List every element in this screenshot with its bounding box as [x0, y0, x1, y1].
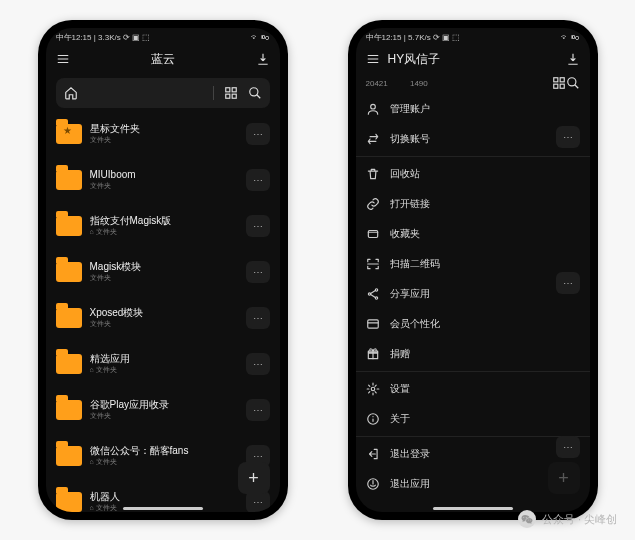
folder-icon — [56, 216, 82, 236]
folder-text: 星标文件夹文件夹 — [90, 123, 238, 145]
bookmark-icon — [366, 227, 380, 241]
folder-icon — [56, 308, 82, 328]
folder-icon — [56, 354, 82, 374]
folder-row[interactable]: 精选应用⌂ 文件夹⋯ — [56, 344, 270, 384]
nav-handle[interactable] — [123, 507, 203, 510]
app-title: 蓝云 — [70, 51, 256, 68]
more-button-3[interactable]: ⋯ — [556, 436, 580, 458]
menu-label: 分享应用 — [390, 287, 430, 301]
search-icon[interactable] — [248, 86, 262, 100]
add-button[interactable]: + — [238, 462, 270, 494]
more-button-1[interactable]: ⋯ — [556, 126, 580, 148]
watermark-text: 公众号 · 尖峰创 — [542, 512, 617, 527]
folder-icon — [56, 446, 82, 466]
more-button[interactable]: ⋯ — [246, 215, 270, 237]
folder-name: MIUIboom — [90, 169, 238, 181]
nav-handle[interactable] — [433, 507, 513, 510]
menu-label: 收藏夹 — [390, 227, 420, 241]
more-button[interactable]: ⋯ — [246, 169, 270, 191]
svg-point-10 — [370, 104, 375, 109]
menu-label: 管理账户 — [390, 102, 430, 116]
folder-row[interactable]: 谷歌Play应用收录文件夹⋯ — [56, 390, 270, 430]
more-button[interactable]: ⋯ — [246, 491, 270, 512]
home-icon[interactable] — [64, 86, 78, 100]
more-button[interactable]: ⋯ — [246, 307, 270, 329]
phone-right: 中午12:15 | 5.7K/s ⟳ ▣ ⬚ ᯤ ◧▢ HY风信子 20421 … — [348, 20, 598, 520]
folder-name: 指纹支付Magisk版 — [90, 215, 238, 227]
menu-item-share[interactable]: 分享应用 — [366, 279, 580, 309]
more-button[interactable]: ⋯ — [246, 353, 270, 375]
more-button[interactable]: ⋯ — [246, 399, 270, 421]
menu-label: 关于 — [390, 412, 410, 426]
menu-item-logout[interactable]: 退出登录 — [366, 439, 580, 469]
svg-point-9 — [567, 78, 575, 86]
add-button[interactable]: + — [548, 462, 580, 494]
folder-text: 谷歌Play应用收录文件夹 — [90, 399, 238, 421]
menu-label: 退出应用 — [390, 477, 430, 491]
folder-meta: 文件夹 — [90, 273, 238, 283]
more-button[interactable]: ⋯ — [246, 261, 270, 283]
menu-label: 切换账号 — [390, 132, 430, 146]
download-icon[interactable] — [256, 52, 270, 66]
menu-item-account[interactable]: 管理账户 — [366, 94, 580, 124]
share-icon — [366, 287, 380, 301]
menu-item-info[interactable]: 关于 — [366, 404, 580, 434]
menu-item-gift[interactable]: 捐赠 — [366, 339, 580, 369]
folder-row[interactable]: 星标文件夹文件夹⋯ — [56, 114, 270, 154]
folder-icon — [56, 170, 82, 190]
download-icon[interactable] — [566, 52, 580, 66]
status-bar: 中午12:15 | 5.7K/s ⟳ ▣ ⬚ ᯤ ◧▢ — [356, 28, 590, 46]
menu-item-swap[interactable]: 切换账号 — [366, 124, 580, 154]
status-bar: 中午12:15 | 3.3K/s ⟳ ▣ ⬚ ᯤ ◧▢ — [46, 28, 280, 46]
folder-row[interactable]: Magisk模块文件夹⋯ — [56, 252, 270, 292]
folder-row[interactable]: Xposed模块文件夹⋯ — [56, 298, 270, 338]
watermark: 公众号 · 尖峰创 — [518, 510, 617, 528]
folder-text: 指纹支付Magisk版⌂ 文件夹 — [90, 215, 238, 237]
gear-icon — [366, 382, 380, 396]
svg-point-4 — [249, 88, 257, 96]
folder-meta: 文件夹 — [90, 135, 238, 145]
folder-meta: 文件夹 — [90, 181, 238, 191]
grid-icon[interactable] — [224, 86, 238, 100]
menu-label: 设置 — [390, 382, 410, 396]
menu-icon[interactable] — [366, 52, 380, 66]
side-menu: 管理账户切换账号回收站打开链接收藏夹扫描二维码分享应用会员个性化捐赠设置关于退出… — [356, 94, 590, 512]
title-bar: 蓝云 — [46, 46, 280, 72]
status-left: 中午12:15 | 5.7K/s ⟳ ▣ ⬚ — [366, 32, 461, 43]
status-left: 中午12:15 | 3.3K/s ⟳ ▣ ⬚ — [56, 32, 151, 43]
folder-icon — [56, 400, 82, 420]
more-button[interactable]: ⋯ — [246, 123, 270, 145]
menu-label: 打开链接 — [390, 197, 430, 211]
menu-item-gear[interactable]: 设置 — [366, 374, 580, 404]
folder-name: Xposed模块 — [90, 307, 238, 319]
grid-icon[interactable] — [552, 76, 566, 90]
menu-item-bookmark[interactable]: 收藏夹 — [366, 219, 580, 249]
logout-icon — [366, 447, 380, 461]
wechat-icon — [518, 510, 536, 528]
search-icon[interactable] — [566, 76, 580, 90]
status-right: ᯤ ◧▢ — [251, 33, 269, 42]
menu-item-vip[interactable]: 会员个性化 — [366, 309, 580, 339]
link-icon — [366, 197, 380, 211]
menu-item-link[interactable]: 打开链接 — [366, 189, 580, 219]
app-title: HY风信子 — [388, 51, 441, 68]
more-button-2[interactable]: ⋯ — [556, 272, 580, 294]
trash-icon — [366, 167, 380, 181]
menu-separator — [356, 436, 590, 437]
folder-name: 机器人 — [90, 491, 238, 503]
info-icon — [366, 412, 380, 426]
folder-row[interactable]: MIUIboom文件夹⋯ — [56, 160, 270, 200]
folder-text: 精选应用⌂ 文件夹 — [90, 353, 238, 375]
menu-separator — [356, 156, 590, 157]
folder-name: 谷歌Play应用收录 — [90, 399, 238, 411]
menu-item-trash[interactable]: 回收站 — [366, 159, 580, 189]
menu-label: 扫描二维码 — [390, 257, 440, 271]
menu-icon[interactable] — [56, 52, 70, 66]
folder-meta: ⌂ 文件夹 — [90, 227, 238, 237]
folder-name: Magisk模块 — [90, 261, 238, 273]
svg-rect-15 — [367, 320, 378, 328]
folder-text: Xposed模块文件夹 — [90, 307, 238, 329]
svg-rect-7 — [553, 84, 557, 88]
folder-row[interactable]: 指纹支付Magisk版⌂ 文件夹⋯ — [56, 206, 270, 246]
menu-item-scan[interactable]: 扫描二维码 — [366, 249, 580, 279]
